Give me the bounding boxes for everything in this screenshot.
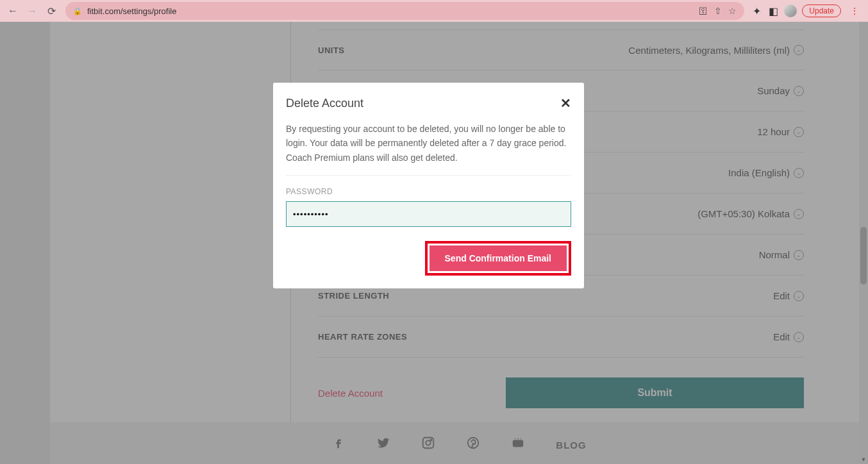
forward-button[interactable]: → (24, 3, 40, 19)
share-icon[interactable]: ⇧ (714, 6, 722, 16)
lock-icon: 🔒 (73, 7, 82, 15)
update-button[interactable]: Update (802, 4, 841, 17)
back-button[interactable]: ← (5, 3, 21, 19)
viewport: UNITS Centimeters, Kilograms, Milliliter… (0, 22, 868, 464)
delete-account-modal: Delete Account ✕ By requesting your acco… (273, 83, 584, 288)
panel-icon[interactable]: ◧ (767, 5, 779, 17)
menu-icon[interactable]: ⋮ (846, 6, 863, 16)
send-confirmation-button[interactable]: Send Confirmation Email (430, 245, 567, 271)
close-icon[interactable]: ✕ (560, 97, 571, 110)
key-icon[interactable]: ⚿ (699, 6, 708, 16)
password-label: PASSWORD (286, 187, 571, 196)
reload-button[interactable]: ⟳ (44, 3, 59, 19)
profile-avatar[interactable] (784, 4, 797, 17)
password-input[interactable] (286, 201, 571, 227)
extensions-icon[interactable]: ✦ (751, 5, 762, 17)
star-icon[interactable]: ☆ (728, 6, 737, 16)
address-bar[interactable]: 🔒 fitbit.com/settings/profile ⚿ ⇧ ☆ (65, 2, 744, 20)
modal-description: By requesting your account to be deleted… (286, 122, 571, 176)
modal-title: Delete Account (286, 97, 363, 110)
browser-toolbar: ← → ⟳ 🔒 fitbit.com/settings/profile ⚿ ⇧ … (0, 0, 868, 22)
highlight-box: Send Confirmation Email (425, 241, 571, 276)
url-text: fitbit.com/settings/profile (87, 6, 694, 16)
